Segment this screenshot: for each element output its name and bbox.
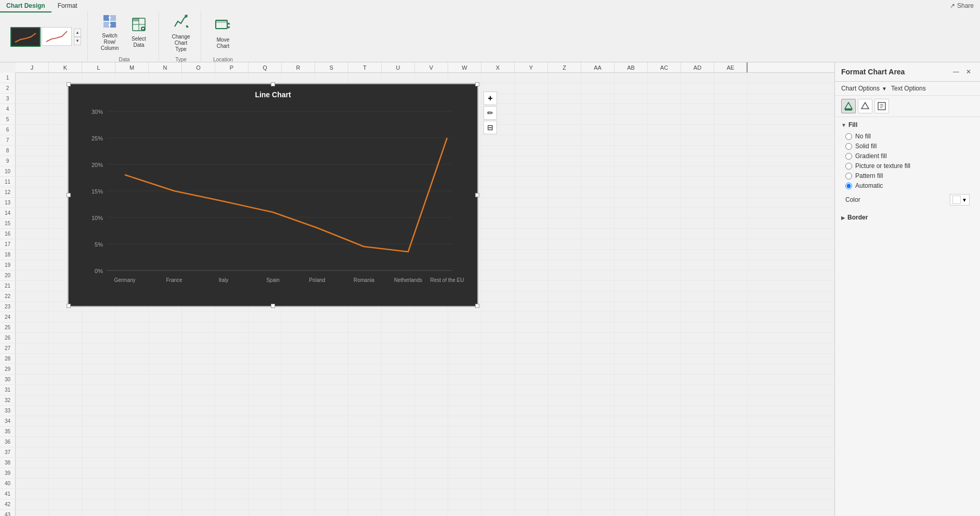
- cell-31-7[interactable]: [249, 385, 282, 395]
- cell-29-18[interactable]: [615, 364, 648, 374]
- cell-31-9[interactable]: [315, 385, 348, 395]
- cell-4-19[interactable]: [648, 104, 681, 114]
- cell-38-7[interactable]: [249, 458, 282, 468]
- cell-1-2[interactable]: [82, 73, 115, 83]
- cell-33-8[interactable]: [282, 406, 315, 416]
- cell-14-18[interactable]: [615, 208, 648, 218]
- cell-29-14[interactable]: [481, 364, 515, 374]
- cell-34-0[interactable]: [16, 416, 49, 426]
- cell-8-15[interactable]: [515, 146, 548, 156]
- cell-31-12[interactable]: [415, 385, 448, 395]
- cell-12-20[interactable]: [681, 187, 714, 197]
- cell-38-2[interactable]: [82, 458, 115, 468]
- cell-39-21[interactable]: [714, 468, 748, 478]
- cell-30-14[interactable]: [481, 375, 515, 384]
- cell-15-16[interactable]: [548, 218, 581, 228]
- cell-39-13[interactable]: [448, 468, 481, 478]
- cell-40-11[interactable]: [382, 479, 415, 488]
- cell-32-2[interactable]: [82, 395, 115, 405]
- cell-24-15[interactable]: [515, 312, 548, 322]
- cell-28-2[interactable]: [82, 354, 115, 364]
- cell-36-18[interactable]: [615, 437, 648, 447]
- cell-18-0[interactable]: [16, 250, 49, 260]
- cell-29-15[interactable]: [515, 364, 548, 374]
- grid-row-1[interactable]: 1: [0, 73, 834, 83]
- cell-5-0[interactable]: [16, 114, 49, 124]
- cell-33-17[interactable]: [581, 406, 615, 416]
- cell-11-21[interactable]: [714, 177, 748, 187]
- cell-30-18[interactable]: [615, 375, 648, 384]
- cell-31-17[interactable]: [581, 385, 615, 395]
- chart-handle-br[interactable]: [475, 304, 479, 308]
- cell-29-19[interactable]: [648, 364, 681, 374]
- cell-28-18[interactable]: [615, 354, 648, 364]
- cell-9-17[interactable]: [581, 156, 615, 166]
- cell-30-15[interactable]: [515, 375, 548, 384]
- cell-38-19[interactable]: [648, 458, 681, 468]
- cell-41-4[interactable]: [149, 489, 182, 499]
- cell-39-1[interactable]: [49, 468, 82, 478]
- cell-28-15[interactable]: [515, 354, 548, 364]
- cell-19-16[interactable]: [548, 260, 581, 270]
- cell-34-4[interactable]: [149, 416, 182, 426]
- cell-24-4[interactable]: [149, 312, 182, 322]
- cell-17-21[interactable]: [714, 239, 748, 249]
- cell-30-11[interactable]: [382, 375, 415, 384]
- cell-35-16[interactable]: [548, 427, 581, 436]
- sidebar-close-button[interactable]: ✕: [963, 67, 974, 77]
- cell-30-17[interactable]: [581, 375, 615, 384]
- cell-15-0[interactable]: [16, 218, 49, 228]
- cell-31-15[interactable]: [515, 385, 548, 395]
- cell-5-19[interactable]: [648, 114, 681, 124]
- cell-34-18[interactable]: [615, 416, 648, 426]
- cell-23-18[interactable]: [615, 302, 648, 312]
- cell-24-2[interactable]: [82, 312, 115, 322]
- cell-30-13[interactable]: [448, 375, 481, 384]
- cell-11-19[interactable]: [648, 177, 681, 187]
- cell-41-0[interactable]: [16, 489, 49, 499]
- cell-42-15[interactable]: [515, 499, 548, 509]
- cell-32-11[interactable]: [382, 395, 415, 405]
- cell-1-3[interactable]: [115, 73, 149, 83]
- cell-5-18[interactable]: [615, 114, 648, 124]
- cell-39-15[interactable]: [515, 468, 548, 478]
- tab-chart-design[interactable]: Chart Design: [0, 0, 51, 12]
- cell-36-3[interactable]: [115, 437, 149, 447]
- cell-7-0[interactable]: [16, 135, 49, 145]
- cell-29-7[interactable]: [249, 364, 282, 374]
- cell-10-18[interactable]: [615, 166, 648, 176]
- cell-30-5[interactable]: [182, 375, 215, 384]
- cell-1-4[interactable]: [149, 73, 182, 83]
- cell-8-19[interactable]: [648, 146, 681, 156]
- cell-41-1[interactable]: [49, 489, 82, 499]
- cell-38-8[interactable]: [282, 458, 315, 468]
- cell-36-8[interactable]: [282, 437, 315, 447]
- cell-19-19[interactable]: [648, 260, 681, 270]
- grid-row-40[interactable]: 40: [0, 479, 834, 489]
- cell-26-4[interactable]: [149, 333, 182, 343]
- cell-29-16[interactable]: [548, 364, 581, 374]
- cell-33-16[interactable]: [548, 406, 581, 416]
- cell-38-11[interactable]: [382, 458, 415, 468]
- cell-25-3[interactable]: [115, 322, 149, 332]
- cell-42-19[interactable]: [648, 499, 681, 509]
- cell-10-19[interactable]: [648, 166, 681, 176]
- cell-38-12[interactable]: [415, 458, 448, 468]
- cell-32-15[interactable]: [515, 395, 548, 405]
- cell-37-11[interactable]: [382, 447, 415, 457]
- cell-37-6[interactable]: [215, 447, 249, 457]
- cell-40-5[interactable]: [182, 479, 215, 488]
- grid-row-35[interactable]: 35: [0, 427, 834, 437]
- cell-1-21[interactable]: [714, 73, 748, 83]
- cell-40-3[interactable]: [115, 479, 149, 488]
- cell-15-18[interactable]: [615, 218, 648, 228]
- cell-36-19[interactable]: [648, 437, 681, 447]
- cell-15-14[interactable]: [481, 218, 515, 228]
- cell-24-19[interactable]: [648, 312, 681, 322]
- cell-19-14[interactable]: [481, 260, 515, 270]
- cell-36-21[interactable]: [714, 437, 748, 447]
- cell-17-18[interactable]: [615, 239, 648, 249]
- cell-28-8[interactable]: [282, 354, 315, 364]
- grid-row-37[interactable]: 37: [0, 447, 834, 458]
- grid-row-38[interactable]: 38: [0, 458, 834, 468]
